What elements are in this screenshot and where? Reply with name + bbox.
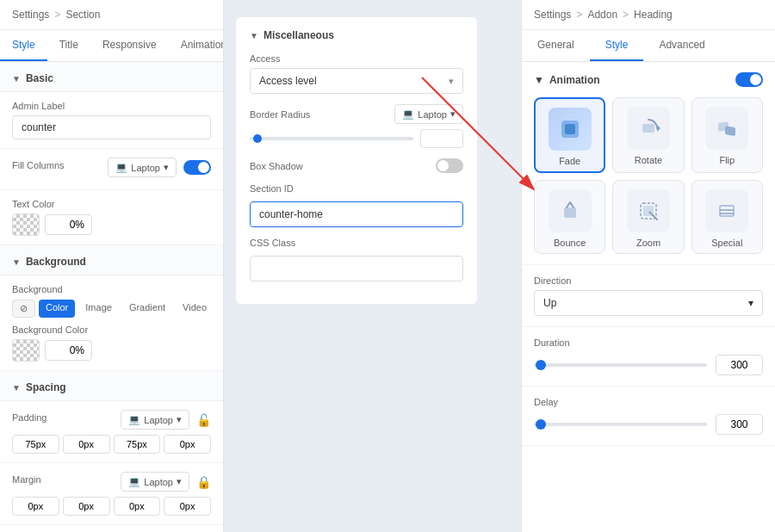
- access-field: Access Access level ▾: [250, 53, 463, 94]
- duration-label: Duration: [534, 337, 763, 348]
- anim-item-special[interactable]: Special: [691, 180, 763, 254]
- anim-arrow-icon: ▼: [534, 74, 544, 86]
- margin-device[interactable]: 💻 Laptop ▾: [121, 472, 189, 492]
- tab-animation[interactable]: Animation: [169, 30, 224, 61]
- margin-label: Margin: [12, 474, 114, 485]
- r-tab-style[interactable]: Style: [590, 30, 644, 61]
- fill-columns-field: Fill Columns 💻 Laptop ▾: [0, 149, 223, 190]
- margin-device-label: Laptop: [144, 477, 173, 487]
- duration-slider[interactable]: [534, 363, 707, 367]
- padding-lock-icon[interactable]: 🔓: [196, 413, 211, 427]
- fill-columns-toggle[interactable]: [183, 160, 211, 175]
- bg-color-percent[interactable]: [45, 340, 92, 361]
- tab-responsive[interactable]: Responsive: [90, 30, 169, 61]
- box-shadow-toggle[interactable]: [436, 158, 463, 173]
- delay-input[interactable]: [716, 414, 763, 435]
- margin-top[interactable]: [12, 497, 59, 516]
- margin-left[interactable]: [164, 497, 211, 516]
- flip-label: Flip: [719, 155, 735, 165]
- device-label: Laptop: [131, 163, 160, 173]
- spacing-section-header: ▼ Spacing: [0, 371, 223, 401]
- css-class-field: CSS Class: [250, 238, 463, 281]
- bg-color-label: Background Color: [12, 325, 211, 335]
- breadcrumb-section: Section: [65, 9, 100, 21]
- padding-bottom[interactable]: [114, 435, 161, 454]
- duration-input[interactable]: [716, 355, 763, 375]
- animation-toggle[interactable]: [735, 72, 763, 87]
- admin-label-input[interactable]: [12, 115, 211, 139]
- section-id-field: Section ID: [250, 183, 463, 227]
- r-breadcrumb-heading: Heading: [634, 9, 673, 21]
- animation-section: ▼ Animation Fade Rotate: [522, 62, 775, 265]
- padding-device[interactable]: 💻 Laptop ▾: [121, 410, 189, 430]
- text-color-percent[interactable]: [45, 214, 92, 235]
- padding-top[interactable]: [12, 435, 59, 454]
- anim-item-zoom[interactable]: Zoom: [612, 180, 684, 254]
- right-panel: Settings > Addon > Heading General Style…: [521, 0, 775, 532]
- bg-tab-gradient[interactable]: Gradient: [122, 300, 172, 318]
- text-color-swatch[interactable]: [12, 213, 40, 236]
- breadcrumb-sep1: >: [54, 9, 60, 21]
- padding-chevron-icon: ▾: [177, 414, 182, 425]
- anim-item-bounce[interactable]: Bounce: [534, 180, 605, 254]
- padding-left[interactable]: [164, 435, 211, 454]
- basic-arrow-icon: ▼: [12, 74, 21, 84]
- svg-marker-4: [657, 125, 660, 132]
- anim-item-rotate[interactable]: Rotate: [612, 97, 684, 173]
- margin-right[interactable]: [63, 497, 110, 516]
- r-tab-general[interactable]: General: [522, 30, 590, 61]
- section-id-input[interactable]: [250, 201, 463, 227]
- padding-right[interactable]: [63, 435, 110, 454]
- animation-grid: Fade Rotate Flip Bounce: [534, 97, 763, 254]
- left-panel: Settings > Section Style Title Responsiv…: [0, 0, 224, 532]
- fill-columns-device[interactable]: 💻 Laptop ▾: [108, 158, 177, 177]
- access-select[interactable]: Access level ▾: [250, 68, 463, 94]
- delay-section: Delay: [522, 387, 775, 446]
- bg-tab-none[interactable]: ⊘: [12, 300, 35, 318]
- r-tab-advanced[interactable]: Advanced: [643, 30, 720, 61]
- right-tabs: General Style Advanced: [522, 30, 775, 62]
- box-shadow-label: Box Shadow: [250, 161, 303, 171]
- radius-row: [250, 129, 463, 148]
- fill-columns-label: Fill Columns: [12, 160, 101, 170]
- tab-style[interactable]: Style: [0, 30, 47, 61]
- basic-section-header: ▼ Basic: [0, 62, 223, 92]
- bg-field-label: Background: [12, 284, 211, 294]
- margin-lock-icon[interactable]: 🔒: [196, 475, 211, 489]
- margin-chevron-icon: ▾: [177, 476, 182, 487]
- anim-item-fade[interactable]: Fade: [534, 97, 605, 173]
- radius-input[interactable]: [420, 129, 463, 148]
- margin-bottom[interactable]: [114, 497, 161, 516]
- misc-arrow-icon: ▼: [250, 31, 258, 40]
- margin-grid: [12, 497, 211, 516]
- access-value: Access level: [259, 75, 317, 87]
- direction-select[interactable]: Up ▾: [534, 290, 763, 316]
- bg-tab-color[interactable]: Color: [39, 300, 75, 318]
- border-radius-label: Border Radius: [250, 109, 388, 120]
- section-id-label: Section ID: [250, 183, 463, 194]
- spacing-label: Spacing: [26, 381, 66, 393]
- border-radius-device[interactable]: 💻 Laptop ▾: [394, 104, 463, 124]
- r-breadcrumb-addon[interactable]: Addon: [587, 9, 617, 21]
- r-breadcrumb-settings[interactable]: Settings: [534, 9, 571, 21]
- margin-field: Margin 💻 Laptop ▾ 🔒: [0, 463, 223, 525]
- br-laptop-icon: 💻: [402, 108, 414, 120]
- delay-slider[interactable]: [534, 423, 707, 426]
- padding-grid: [12, 435, 211, 454]
- duration-row: [534, 355, 763, 375]
- animation-title-row: ▼ Animation: [534, 74, 600, 86]
- border-radius-field: Border Radius 💻 Laptop ▾: [250, 104, 463, 148]
- background-label: Background: [26, 256, 86, 268]
- duration-section: Duration: [522, 327, 775, 387]
- css-class-input[interactable]: [250, 256, 463, 281]
- bg-color-swatch[interactable]: [12, 339, 40, 362]
- tab-title[interactable]: Title: [47, 30, 90, 61]
- direction-chevron-icon: ▾: [748, 297, 753, 309]
- breadcrumb-settings[interactable]: Settings: [12, 9, 49, 21]
- bg-tab-video[interactable]: Video: [176, 300, 214, 318]
- misc-label: Miscellaneous: [264, 29, 334, 41]
- bg-tab-image[interactable]: Image: [78, 300, 119, 318]
- anim-item-flip[interactable]: Flip: [691, 97, 763, 173]
- admin-label-text: Admin Label: [12, 101, 211, 111]
- radius-slider[interactable]: [250, 137, 413, 140]
